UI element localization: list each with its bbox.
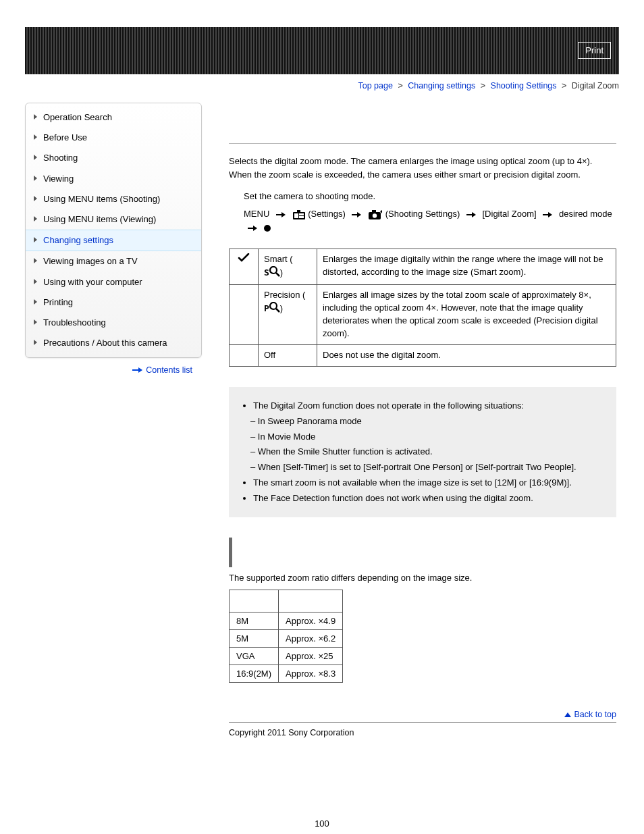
- ratio-size: 16:9(2M): [230, 665, 279, 683]
- note-sub-item: When the Smile Shutter function is activ…: [260, 445, 604, 459]
- mag-prefix: P: [264, 303, 269, 313]
- section-bar: [229, 538, 616, 567]
- notes-box: The Digital Zoom function does not opera…: [229, 387, 616, 518]
- desired-mode-label: desired mode: [559, 209, 612, 219]
- table-row: 5MApprox. ×6.2: [230, 630, 343, 648]
- sidebar-item[interactable]: Printing: [26, 292, 201, 313]
- divider: [229, 143, 616, 144]
- crumb-top[interactable]: Top page: [358, 81, 392, 90]
- main-content: Selects the digital zoom mode. The camer…: [202, 103, 619, 737]
- ratio-header: [230, 590, 279, 613]
- note-sub-item: In Sweep Panorama mode: [260, 415, 604, 428]
- svg-line-11: [276, 309, 279, 312]
- options-table: Smart ( S) Enlarges the image digitally …: [229, 249, 616, 367]
- ratio-header: [279, 590, 343, 613]
- magnifier-icon: [269, 302, 280, 317]
- svg-point-10: [270, 303, 277, 309]
- option-label-text: Smart (: [264, 254, 293, 264]
- svg-rect-7: [372, 210, 376, 212]
- ratio-size: 8M: [230, 613, 279, 630]
- sidebar-item[interactable]: Shooting: [26, 148, 201, 168]
- intro-text: Selects the digital zoom mode. The camer…: [229, 155, 616, 182]
- option-label-text: Precision (: [264, 290, 305, 300]
- triangle-up-icon: [564, 712, 571, 717]
- ratio-intro: The supported zoom ratio differs dependi…: [229, 573, 616, 583]
- note-sub-item: In Movie Mode: [260, 430, 604, 444]
- ok-dot-icon: [264, 225, 271, 232]
- step-1-text: Set the camera to shooting mode.: [244, 191, 375, 201]
- sidebar-item[interactable]: Viewing: [26, 169, 201, 189]
- svg-point-8: [270, 267, 277, 273]
- ratio-table: 8MApprox. ×4.9 5MApprox. ×6.2 VGAApprox.…: [229, 590, 343, 683]
- check-cell: [230, 249, 259, 285]
- contents-list-link[interactable]: Contents list: [146, 365, 192, 375]
- sidebar-item[interactable]: Troubleshooting: [26, 313, 201, 333]
- option-label-suffix: ): [280, 303, 283, 313]
- note-item: The Face Detection function does not wor…: [253, 492, 604, 505]
- magnifier-icon: [269, 266, 280, 281]
- ratio-zoom: Approx. ×4.9: [279, 613, 343, 630]
- crumb-shooting[interactable]: Shooting Settings: [491, 81, 557, 90]
- svg-rect-4: [297, 210, 300, 212]
- camera-icon: [368, 209, 383, 220]
- sidebar-item[interactable]: Before Use: [26, 128, 201, 148]
- sidebar-item[interactable]: Operation Search: [26, 107, 201, 128]
- crumb-changing[interactable]: Changing settings: [408, 81, 475, 90]
- table-row: Precision ( P) Enlarges all image sizes …: [230, 285, 616, 344]
- step-2: MENU (Settings) (Shooting Settings) [Dig…: [229, 207, 616, 234]
- table-row: Off Does not use the digital zoom.: [230, 344, 616, 366]
- sidebar-item[interactable]: Using MENU items (Shooting): [26, 189, 201, 209]
- arrow-icon: [543, 212, 552, 217]
- top-banner: Print: [25, 27, 619, 74]
- shooting-settings-label: (Shooting Settings): [385, 209, 460, 219]
- arrow-right-icon: [132, 367, 143, 373]
- print-button[interactable]: Print: [578, 42, 611, 59]
- option-label-suffix: ): [280, 267, 283, 278]
- sidebar-item[interactable]: Using MENU items (Viewing): [26, 209, 201, 230]
- note-sub-item: When [Self-Timer] is set to [Self-portra…: [260, 461, 604, 474]
- ratio-size: VGA: [230, 648, 279, 665]
- arrow-icon: [248, 226, 257, 231]
- check-cell: [230, 285, 259, 344]
- option-desc: Enlarges all image sizes by the total zo…: [317, 285, 616, 344]
- settings-icon: [292, 209, 306, 220]
- check-cell: [230, 344, 259, 366]
- copyright: Copyright 2011 Sony Corporation: [229, 722, 616, 737]
- arrow-icon: [276, 212, 286, 217]
- ratio-zoom: Approx. ×25: [279, 648, 343, 665]
- crumb-sep: >: [481, 81, 485, 90]
- step-1: Set the camera to shooting mode.: [229, 190, 616, 203]
- sidebar-item-active[interactable]: Changing settings: [26, 230, 201, 251]
- sidebar-item[interactable]: Viewing images on a TV: [26, 251, 201, 271]
- back-to-top-link[interactable]: Back to top: [574, 710, 616, 719]
- checkmark-icon: [238, 253, 250, 263]
- sidebar: Operation Search Before Use Shooting Vie…: [25, 103, 202, 358]
- option-label: Off: [259, 344, 317, 366]
- sidebar-item[interactable]: Using with your computer: [26, 272, 201, 292]
- back-to-top-row: Back to top: [229, 710, 616, 719]
- digital-zoom-label: [Digital Zoom]: [483, 209, 537, 219]
- svg-rect-2: [299, 213, 304, 215]
- svg-rect-3: [299, 216, 304, 218]
- crumb-current: Digital Zoom: [572, 81, 619, 90]
- option-label: Smart ( S): [259, 249, 317, 285]
- table-row: 16:9(2M)Approx. ×8.3: [230, 665, 343, 683]
- mag-prefix: S: [264, 267, 269, 278]
- option-label: Precision ( P): [259, 285, 317, 344]
- note-item: The Digital Zoom function does not opera…: [253, 399, 604, 413]
- table-row: VGAApprox. ×25: [230, 648, 343, 665]
- note-item: The smart zoom is not available when the…: [253, 476, 604, 490]
- arrow-icon: [466, 212, 476, 217]
- table-row: Smart ( S) Enlarges the image digitally …: [230, 249, 616, 285]
- option-desc: Does not use the digital zoom.: [317, 344, 616, 366]
- svg-line-9: [276, 273, 279, 276]
- arrow-icon: [352, 212, 361, 217]
- breadcrumb: Top page > Changing settings > Shooting …: [25, 81, 619, 90]
- svg-rect-1: [294, 213, 298, 218]
- crumb-sep: >: [562, 81, 566, 90]
- contents-list-row: Contents list: [25, 358, 202, 377]
- sidebar-item[interactable]: Precautions / About this camera: [26, 333, 201, 353]
- ratio-zoom: Approx. ×8.3: [279, 665, 343, 683]
- option-desc: Enlarges the image digitally within the …: [317, 249, 616, 285]
- table-row: 8MApprox. ×4.9: [230, 613, 343, 630]
